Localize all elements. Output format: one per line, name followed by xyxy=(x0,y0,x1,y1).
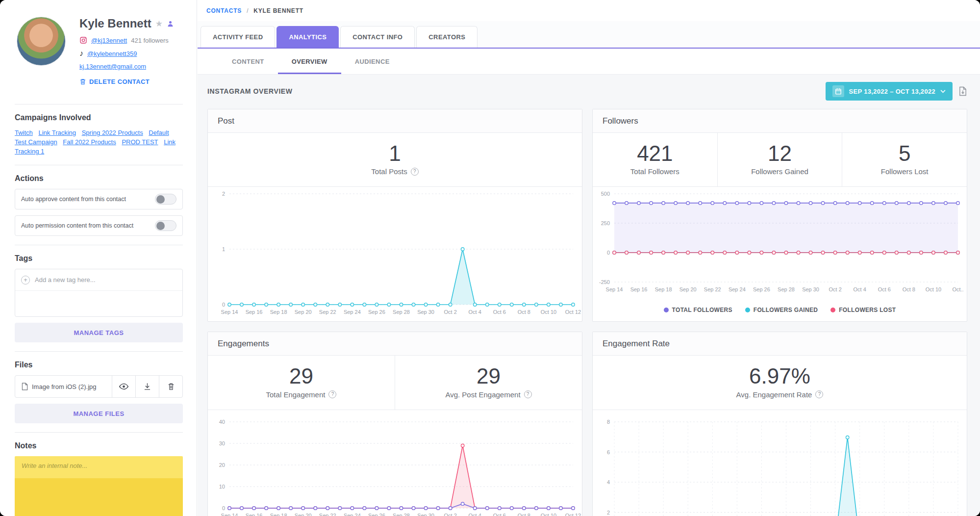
contact-name: Kyle Bennett xyxy=(79,17,151,30)
avg-post-engagement-value: 29 xyxy=(395,364,582,388)
post-chart: 012Sep 14Sep 16Sep 18Sep 20Sep 22Sep 24S… xyxy=(208,187,582,319)
svg-text:Sep 20: Sep 20 xyxy=(679,286,697,292)
svg-text:Sep 22: Sep 22 xyxy=(319,513,336,516)
breadcrumb-separator: / xyxy=(247,7,249,14)
files-section: Files Image from iOS (2).jpg xyxy=(15,351,183,423)
svg-text:8: 8 xyxy=(607,419,610,425)
tab-creators[interactable]: CREATORS xyxy=(416,26,477,48)
file-name: Image from iOS (2).jpg xyxy=(32,383,97,390)
svg-text:500: 500 xyxy=(601,191,610,197)
svg-text:Sep 26: Sep 26 xyxy=(368,309,385,315)
note-input[interactable] xyxy=(22,462,176,516)
notes-box xyxy=(15,456,183,516)
svg-text:Oct 12: Oct 12 xyxy=(565,513,581,516)
overview-content: INSTAGRAM OVERVIEW SEP 13,2022 – OCT 13,… xyxy=(198,75,980,516)
help-icon[interactable]: ? xyxy=(411,168,419,176)
svg-text:Sep 14: Sep 14 xyxy=(221,513,238,516)
svg-text:Sep 24: Sep 24 xyxy=(344,309,361,315)
subtab-overview[interactable]: OVERVIEW xyxy=(278,49,341,74)
campaign-link[interactable]: Fall 2022 Products xyxy=(63,138,116,146)
legend-dot-followers-gained xyxy=(745,308,750,312)
svg-text:Sep 30: Sep 30 xyxy=(802,286,819,292)
svg-text:Sep 16: Sep 16 xyxy=(246,309,263,315)
followers-gained-label: Followers Gained xyxy=(751,167,808,176)
post-card-title: Post xyxy=(208,109,582,133)
svg-text:Oct 4: Oct 4 xyxy=(854,286,866,292)
help-icon[interactable]: ? xyxy=(328,390,336,398)
svg-text:Sep 16: Sep 16 xyxy=(246,513,263,516)
campaign-link[interactable]: Spring 2022 Products xyxy=(82,129,143,136)
svg-text:Oct 8: Oct 8 xyxy=(903,286,915,292)
campaign-link[interactable]: Link Tracking xyxy=(38,129,76,136)
avatar xyxy=(17,17,66,66)
engagement-rate-chart: 02468Sep 14Sep 16Sep 18Sep 20Sep 22Sep 2… xyxy=(593,410,967,516)
tab-activity-feed[interactable]: ACTIVITY FEED xyxy=(201,26,275,48)
svg-text:Oct 4: Oct 4 xyxy=(469,513,481,516)
svg-text:Sep 26: Sep 26 xyxy=(753,286,770,292)
campaign-link[interactable]: Test Campaign xyxy=(15,138,57,146)
main-area: CONTACTS / KYLE BENNETT ACTIVITY FEED AN… xyxy=(198,0,980,516)
campaigns-section: Campaigns Involved Twitch Link Tracking … xyxy=(15,104,183,156)
engagements-card: Engagements 29 Total Engagement? 29 Avg.… xyxy=(207,332,582,516)
instagram-overview-title: INSTAGRAM OVERVIEW xyxy=(207,87,293,95)
svg-text:Oct 2: Oct 2 xyxy=(444,513,456,516)
auto-permission-toggle[interactable] xyxy=(155,220,176,231)
main-tabs: ACTIVITY FEED ANALYTICS CONTACT INFO CRE… xyxy=(198,21,980,49)
svg-text:Sep 28: Sep 28 xyxy=(393,513,410,516)
svg-text:250: 250 xyxy=(601,220,610,226)
trash-icon xyxy=(168,383,175,390)
svg-text:2: 2 xyxy=(607,509,610,515)
campaign-link[interactable]: PROD TEST xyxy=(122,138,158,146)
tab-analytics[interactable]: ANALYTICS xyxy=(276,26,339,48)
svg-text:Oct 10: Oct 10 xyxy=(541,309,556,315)
download-file-button[interactable] xyxy=(135,376,159,397)
svg-text:Sep 18: Sep 18 xyxy=(270,513,287,516)
breadcrumb-contacts-link[interactable]: CONTACTS xyxy=(206,7,242,14)
star-icon[interactable]: ★ xyxy=(155,19,163,29)
delete-file-button[interactable] xyxy=(159,376,182,397)
contact-sidebar: Kyle Bennett ★ @kj13ennett 421 followers… xyxy=(0,0,197,516)
svg-text:0: 0 xyxy=(607,250,610,256)
svg-text:Oct 8: Oct 8 xyxy=(518,513,530,516)
auto-approve-toggle[interactable] xyxy=(155,194,176,205)
email-link[interactable]: kj.13ennett@gmail.com xyxy=(79,63,146,70)
svg-text:Oct..: Oct.. xyxy=(952,286,963,292)
svg-text:Sep 20: Sep 20 xyxy=(295,309,312,315)
actions-section: Actions Auto approve content from this c… xyxy=(15,165,183,236)
creator-badge-icon[interactable] xyxy=(167,20,174,27)
svg-text:2: 2 xyxy=(222,191,225,197)
tags-section: Tags + MANAGE TAGS xyxy=(15,245,183,342)
delete-contact-button[interactable]: DELETE CONTACT xyxy=(79,78,183,85)
svg-text:Oct 4: Oct 4 xyxy=(469,309,481,315)
tag-list-empty xyxy=(15,291,182,316)
actions-title: Actions xyxy=(15,174,183,183)
calendar-icon xyxy=(832,85,844,97)
export-report-button[interactable] xyxy=(958,86,967,96)
manage-tags-button[interactable]: MANAGE TAGS xyxy=(15,323,183,342)
breadcrumb-current: KYLE BENNETT xyxy=(253,7,303,14)
engagements-chart: 010203040Sep 14Sep 16Sep 18Sep 20Sep 22S… xyxy=(208,410,582,516)
auto-permission-row: Auto permission content from this contac… xyxy=(15,215,183,236)
campaign-link[interactable]: Default xyxy=(149,129,169,136)
add-tag-input[interactable] xyxy=(35,276,176,284)
avg-engagement-rate-label: Avg. Engagement Rate xyxy=(736,390,812,399)
breadcrumb: CONTACTS / KYLE BENNETT xyxy=(198,0,980,21)
add-tag-icon[interactable]: + xyxy=(21,276,30,284)
tab-contact-info[interactable]: CONTACT INFO xyxy=(340,26,415,48)
help-icon[interactable]: ? xyxy=(524,390,532,398)
svg-text:6: 6 xyxy=(607,449,610,455)
subtab-content[interactable]: CONTENT xyxy=(218,49,278,74)
subtab-audience[interactable]: AUDIENCE xyxy=(341,49,403,74)
tiktok-handle-link[interactable]: @kylebennett359 xyxy=(87,50,137,57)
auto-permission-label: Auto permission content from this contac… xyxy=(21,222,133,229)
preview-file-button[interactable] xyxy=(112,376,135,397)
help-icon[interactable]: ? xyxy=(815,390,823,398)
followers-card: Followers 421 Total Followers 12 Followe… xyxy=(592,109,967,322)
svg-text:Oct 8: Oct 8 xyxy=(518,309,530,315)
campaigns-title: Campaigns Involved xyxy=(15,113,183,122)
manage-files-button[interactable]: MANAGE FILES xyxy=(15,404,183,423)
date-range-picker[interactable]: SEP 13,2022 – OCT 13,2022 xyxy=(826,82,953,101)
instagram-handle-link[interactable]: @kj13ennett xyxy=(91,37,127,44)
campaign-link[interactable]: Twitch xyxy=(15,129,33,136)
analytics-subtabs: CONTENT OVERVIEW AUDIENCE xyxy=(198,49,980,75)
